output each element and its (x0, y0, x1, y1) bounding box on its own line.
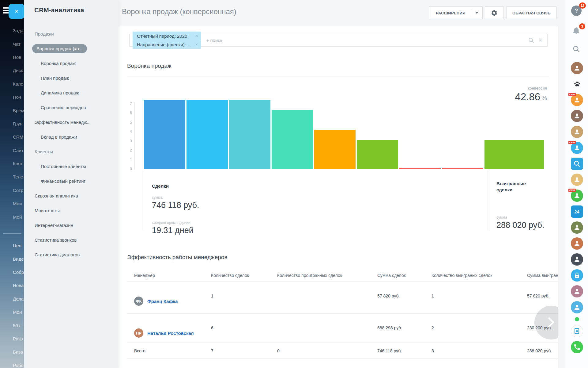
sidebar-item[interactable]: Статистика звонков (24, 232, 119, 247)
remove-chip-icon[interactable]: × (195, 33, 198, 38)
sidebar-item[interactable]: Сравнение периодов (24, 100, 119, 115)
sidebar-item[interactable]: Финансовый рейтинг (24, 174, 119, 188)
status-dot-icon[interactable] (575, 317, 579, 321)
left-menu-item[interactable]: Мои (0, 305, 24, 319)
avatar[interactable] (571, 126, 583, 138)
avatar[interactable] (571, 237, 583, 250)
left-menu-item[interactable]: База (0, 345, 24, 358)
avatar[interactable]: CRM (571, 142, 583, 154)
avatar[interactable] (571, 62, 583, 74)
search-icon[interactable] (571, 158, 583, 170)
question-icon: ? (575, 8, 578, 14)
doc-icon[interactable] (571, 325, 583, 337)
settings-button[interactable] (485, 6, 504, 19)
left-menu-item[interactable]: Нов (0, 51, 24, 64)
funnel-bar[interactable] (484, 140, 544, 169)
funnel-bar[interactable] (314, 130, 356, 169)
sidebar-item[interactable]: Продажи (24, 26, 119, 41)
column-header[interactable]: Количество проигранных сделок (270, 268, 370, 282)
column-header[interactable]: Сумма выигранных сделок (520, 268, 558, 282)
paw-icon[interactable] (571, 78, 583, 90)
left-menu-item[interactable]: Зада (0, 24, 24, 37)
left-menu-item[interactable]: Врем (0, 104, 24, 117)
avatar[interactable] (571, 301, 583, 313)
manager-link[interactable]: ФКФранц Кафка (134, 297, 204, 306)
left-menu-item[interactable]: Мой (0, 210, 24, 223)
filter-bar[interactable]: Отчетный период: 2020×Направление (сделк… (129, 34, 548, 47)
funnel-bar[interactable] (442, 168, 483, 169)
sidebar-item-selected[interactable]: Воронка продаж (ко... (24, 41, 119, 56)
avatar[interactable] (571, 285, 583, 297)
left-menu-item[interactable]: Теле (0, 170, 24, 183)
rail-search-button[interactable] (573, 45, 580, 54)
left-menu-item[interactable]: Конт (0, 157, 24, 170)
lock-icon[interactable] (571, 269, 583, 282)
funnel-bar[interactable] (357, 140, 398, 169)
left-menu-item[interactable]: Мои (0, 197, 24, 210)
funnel-bar[interactable] (272, 110, 313, 169)
sidebar-item[interactable]: Сквозная аналитика (24, 188, 119, 203)
search-icon (573, 45, 580, 53)
avatar[interactable] (571, 221, 583, 234)
left-menu-item[interactable]: Цен (0, 239, 24, 252)
funnel-bar[interactable] (187, 100, 228, 169)
column-header[interactable]: Менеджер (127, 268, 204, 282)
left-menu-item[interactable]: Сайт (0, 144, 24, 157)
sidebar-item[interactable]: Воронка продаж (24, 56, 119, 71)
manager-name[interactable]: Франц Кафка (147, 299, 178, 304)
left-menu-item[interactable]: Дела (0, 292, 24, 305)
remove-chip-icon[interactable]: × (195, 42, 198, 47)
left-menu-item[interactable]: Робо (0, 359, 24, 368)
manager-link[interactable]: НРНаталья Ростовская (134, 328, 204, 338)
left-menu-item[interactable]: Чат (0, 37, 24, 50)
left-menu-item[interactable]: Нова (0, 279, 24, 292)
sidebar-item[interactable]: Статистика диалогов (24, 247, 119, 262)
feedback-button[interactable]: ОБРАТНАЯ СВЯЗЬ (506, 6, 557, 19)
filter-chip[interactable]: Отчетный период: 2020× (133, 32, 201, 40)
dark-rail-bottom-items: ЦенВидеСобрНоваДелаМои50+РазрБазаРобо (0, 239, 24, 368)
sidebar-item[interactable]: Постоянные клиенты (24, 159, 119, 174)
clear-filter-icon[interactable]: × (538, 37, 542, 44)
phone-icon[interactable] (571, 341, 583, 353)
column-header[interactable]: Количество сделок (204, 268, 270, 282)
filter-chip[interactable]: Направление (сделки): ...× (133, 40, 201, 49)
funnel-bar[interactable] (144, 100, 185, 169)
avatar[interactable] (571, 253, 583, 266)
avatar[interactable] (571, 110, 583, 122)
b24-icon[interactable]: 24 (571, 205, 583, 218)
notifications-button[interactable] (572, 26, 580, 36)
avatar[interactable]: CRM (571, 94, 583, 106)
extensions-dropdown[interactable] (471, 12, 482, 14)
sidebar-item[interactable]: Клиенты (24, 144, 119, 159)
funnel-bar[interactable] (229, 100, 270, 169)
extensions-button[interactable]: РАСШИРЕНИЯ (429, 6, 483, 19)
gear-icon (491, 10, 498, 16)
left-menu-item[interactable]: Груп (0, 117, 24, 130)
left-menu-item[interactable]: Разр (0, 332, 24, 345)
column-header[interactable]: Сумма сделок (370, 268, 424, 282)
left-menu-item[interactable]: Поч (0, 90, 24, 104)
sidebar-item[interactable]: Интернет-магазин (24, 218, 119, 232)
search-icon[interactable] (528, 37, 534, 43)
left-menu-item[interactable]: Сотр (0, 184, 24, 197)
y-tick-label: 4 (119, 129, 132, 134)
left-menu-item[interactable]: Виде (0, 252, 24, 265)
left-menu-item[interactable]: 50+ (0, 319, 24, 332)
column-header[interactable]: Количество выиграных сделок (424, 268, 520, 282)
sidebar-item[interactable]: Эффективность менедж... (24, 115, 119, 129)
left-menu-item[interactable]: Собр (0, 266, 24, 279)
left-menu-item[interactable]: Кале (0, 77, 24, 90)
sidebar-item[interactable]: Вклад в продажи (24, 129, 119, 144)
sidebar-item[interactable]: Динамика продаж (24, 85, 119, 100)
sidebar-item[interactable]: Мои отчеты (24, 203, 119, 218)
funnel-bar[interactable] (399, 168, 441, 169)
close-menu-button[interactable]: × (9, 4, 24, 19)
sidebar-item[interactable]: План продаж (24, 71, 119, 85)
left-menu-item[interactable]: CRM (0, 130, 24, 144)
left-menu-item[interactable]: Диск (0, 64, 24, 77)
search-input[interactable] (204, 38, 529, 43)
manager-name[interactable]: Наталья Ростовская (147, 331, 194, 336)
avatar[interactable]: CRM (571, 190, 583, 202)
avatar[interactable] (571, 174, 583, 186)
app-rail: ЗадаЧатНовДискКалеПочВремГрупCRMСайтКонт… (0, 0, 24, 368)
